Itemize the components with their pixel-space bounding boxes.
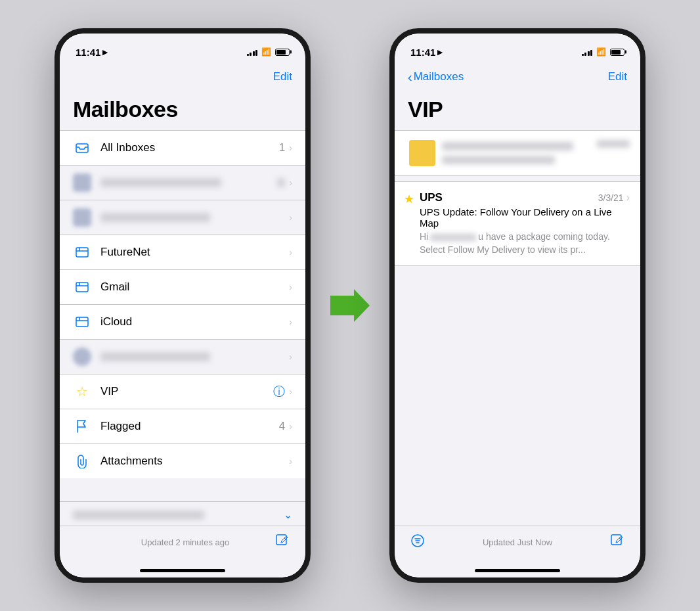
section-collapse-icon[interactable]: ⌄ bbox=[284, 509, 292, 521]
nav-bar-2: ‹ Mailboxes Edit bbox=[395, 62, 640, 91]
svg-rect-7 bbox=[611, 535, 621, 545]
futurenet-icon bbox=[73, 243, 91, 261]
page-title-container-2: VIP bbox=[395, 91, 640, 130]
blur-badge-1 bbox=[277, 178, 285, 187]
svg-rect-3 bbox=[76, 317, 88, 327]
compose-button-2[interactable] bbox=[610, 533, 624, 552]
attachments-chevron: › bbox=[289, 456, 292, 466]
ups-date: 3/3/21 bbox=[598, 192, 624, 203]
signal-bar-7 bbox=[588, 51, 590, 56]
list-item-all-inboxes[interactable]: All Inboxes 1 › bbox=[60, 130, 305, 166]
home-indicator-1 bbox=[60, 565, 305, 577]
vip-label: VIP bbox=[100, 385, 273, 398]
phone-mailboxes: 11:41 ▶ 📶 Edit Mailboxes bbox=[55, 28, 311, 583]
blur-text-1 bbox=[100, 178, 221, 187]
mailboxes-list: All Inboxes 1 › › bbox=[60, 130, 305, 478]
back-chevron-icon: ‹ bbox=[408, 70, 412, 85]
list-item-gmail[interactable]: Gmail › bbox=[60, 270, 305, 305]
page-title-1: Mailboxes bbox=[73, 97, 292, 122]
bottom-bar-2: Updated Just Now bbox=[395, 526, 640, 565]
all-inboxes-right: 1 › bbox=[279, 141, 292, 154]
svg-rect-0 bbox=[76, 144, 88, 152]
back-button[interactable]: ‹ Mailboxes bbox=[408, 70, 464, 85]
nav-bar-1: Edit bbox=[60, 62, 305, 91]
flagged-badge: 4 bbox=[279, 420, 285, 433]
signal-bar-5 bbox=[582, 54, 584, 56]
ups-preview: Hiu have a package coming today. Select … bbox=[420, 231, 630, 256]
futurenet-right: › bbox=[289, 247, 292, 258]
list-item-vip[interactable]: ☆ VIP ⓘ › bbox=[60, 374, 305, 409]
signal-bar-1 bbox=[247, 54, 249, 56]
ups-subject: UPS Update: Follow Your Delivery on a Li… bbox=[420, 206, 630, 229]
gmail-chevron: › bbox=[289, 282, 292, 292]
battery-fill-1 bbox=[276, 50, 286, 55]
signal-bars-2 bbox=[582, 49, 593, 56]
status-icons-2: 📶 bbox=[582, 47, 625, 57]
home-bar-2 bbox=[475, 569, 560, 572]
content-area-2[interactable]: ★ UPS 3/3/21 › UPS Update: Follow Your D… bbox=[395, 130, 640, 526]
update-text-1: Updated 2 minutes ago bbox=[95, 537, 275, 547]
vip-yellow-avatar bbox=[409, 140, 435, 166]
location-icon-2: ▶ bbox=[437, 49, 443, 56]
vip-ups-email[interactable]: ★ UPS 3/3/21 › UPS Update: Follow Your D… bbox=[395, 181, 640, 266]
bottom-bar-1: Updated 2 minutes ago bbox=[60, 526, 305, 565]
gmail-right: › bbox=[289, 282, 292, 292]
flagged-chevron: › bbox=[289, 421, 292, 432]
list-item-attachments[interactable]: Attachments › bbox=[60, 444, 305, 478]
compose-button-1[interactable] bbox=[275, 533, 290, 552]
blur-chevron-2: › bbox=[289, 212, 292, 223]
vip-info-icon[interactable]: ⓘ bbox=[273, 384, 285, 399]
gmail-label: Gmail bbox=[100, 281, 289, 294]
list-item-futurenet[interactable]: FutureNet › bbox=[60, 235, 305, 270]
vip-blurred-email[interactable] bbox=[395, 130, 640, 176]
ups-header: UPS 3/3/21 › bbox=[420, 191, 630, 204]
page-title-2: VIP bbox=[408, 97, 627, 122]
status-bar-2: 11:41 ▶ 📶 bbox=[395, 34, 640, 62]
svg-rect-2 bbox=[76, 283, 88, 292]
futurenet-label: FutureNet bbox=[100, 246, 289, 259]
futurenet-chevron: › bbox=[289, 247, 292, 258]
signal-bar-3 bbox=[253, 51, 255, 56]
ups-chevron: › bbox=[626, 192, 630, 204]
update-text-2: Updated Just Now bbox=[425, 537, 610, 547]
signal-bar-4 bbox=[255, 50, 257, 56]
status-bar-1: 11:41 ▶ 📶 bbox=[60, 34, 305, 62]
blur-icon-3 bbox=[73, 348, 91, 366]
svg-rect-1 bbox=[76, 248, 88, 257]
list-item-blurred-3: › bbox=[60, 340, 305, 374]
ups-date-area: 3/3/21 › bbox=[598, 192, 630, 204]
home-bar-1 bbox=[140, 569, 225, 572]
blur-chevron-1: › bbox=[289, 177, 292, 188]
section-header-blurred-text bbox=[73, 510, 204, 520]
flagged-icon bbox=[73, 417, 91, 436]
blur-icon-2 bbox=[73, 208, 91, 227]
attachments-icon bbox=[73, 452, 91, 470]
icloud-label: iCloud bbox=[100, 315, 289, 328]
vip-chevron: › bbox=[289, 386, 292, 397]
icloud-icon bbox=[73, 313, 91, 331]
green-arrow-wrapper bbox=[330, 289, 370, 322]
edit-button-2[interactable]: Edit bbox=[608, 70, 627, 83]
list-item-blurred-2: › bbox=[60, 200, 305, 235]
ups-email-row: ★ UPS 3/3/21 › UPS Update: Follow Your D… bbox=[404, 191, 630, 256]
section-header-1[interactable]: ⌄ bbox=[60, 501, 305, 526]
list-item-icloud[interactable]: iCloud › bbox=[60, 305, 305, 340]
filter-button[interactable] bbox=[410, 533, 425, 552]
battery-icon-2 bbox=[610, 49, 624, 56]
ups-star-icon: ★ bbox=[404, 192, 414, 206]
back-label: Mailboxes bbox=[414, 70, 464, 83]
blur-line-2 bbox=[442, 156, 555, 164]
attachments-right: › bbox=[289, 456, 292, 466]
blur-line-1 bbox=[442, 142, 573, 150]
list-item-flagged[interactable]: Flagged 4 › bbox=[60, 409, 305, 444]
phone-vip: 11:41 ▶ 📶 ‹ Mailboxes bbox=[389, 28, 645, 583]
content-area-1[interactable]: All Inboxes 1 › › bbox=[60, 130, 305, 526]
edit-button-1[interactable]: Edit bbox=[273, 70, 292, 83]
signal-bar-2 bbox=[250, 53, 252, 56]
home-indicator-2 bbox=[395, 565, 640, 577]
all-inboxes-label: All Inboxes bbox=[100, 141, 279, 154]
blur-text-3 bbox=[100, 352, 210, 361]
blur-chevron-3: › bbox=[289, 351, 292, 362]
blur-text-2 bbox=[100, 213, 210, 222]
status-time-2: 11:41 ▶ bbox=[410, 47, 443, 58]
